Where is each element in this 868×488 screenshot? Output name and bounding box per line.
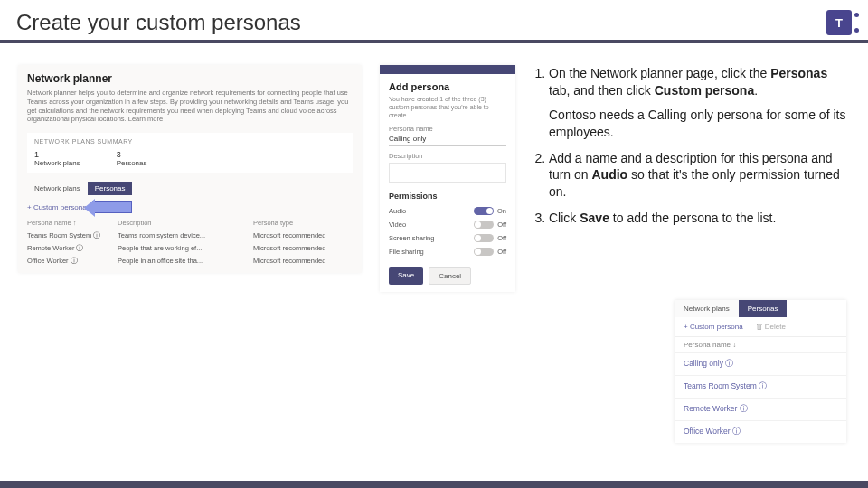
step-2: Add a name and a description for this pe… bbox=[549, 150, 850, 202]
callout-arrow-icon bbox=[92, 201, 132, 213]
step-3: Click Save to add the persona to the lis… bbox=[549, 210, 850, 227]
permissions-heading: Permissions bbox=[389, 192, 506, 201]
page-title: Create your custom personas bbox=[16, 10, 301, 35]
list-item: Calling only ⓘ bbox=[675, 352, 846, 375]
perm-row-screen: Screen sharingOff bbox=[389, 231, 506, 245]
list-item: Teams Room System ⓘ bbox=[675, 375, 846, 398]
step-1: On the Network planner page, click the P… bbox=[549, 65, 850, 141]
perm-row-audio: AudioOn bbox=[389, 204, 506, 218]
table-row: Remote Worker ⓘPeople that are working e… bbox=[27, 242, 353, 255]
add-persona-hint: You have created 1 of the three (3) cust… bbox=[389, 96, 506, 119]
delete-persona[interactable]: 🗑 Delete bbox=[756, 323, 786, 331]
th-type: Persona type bbox=[253, 219, 353, 227]
list-item: Office Worker ⓘ bbox=[675, 420, 846, 443]
col-header-name: Persona name ↓ bbox=[675, 336, 846, 352]
np-summary-label: NETWORK PLANS SUMMARY bbox=[34, 138, 345, 145]
perm-row-file: File sharingOff bbox=[389, 245, 506, 258]
toggle-video[interactable] bbox=[474, 221, 494, 229]
np-personas-label: Personas bbox=[117, 159, 147, 167]
perm-row-video: VideoOff bbox=[389, 218, 506, 231]
persona-desc-input[interactable] bbox=[389, 163, 506, 183]
tab-personas-small[interactable]: Personas bbox=[739, 300, 788, 317]
toggle-file[interactable] bbox=[474, 248, 494, 256]
toggle-audio[interactable] bbox=[474, 207, 494, 215]
th-name: Persona name ↑ bbox=[27, 219, 118, 227]
add-persona-heading: Add persona bbox=[389, 81, 506, 92]
footer-bar bbox=[0, 481, 868, 488]
persona-table: Persona name ↑ Description Persona type … bbox=[27, 219, 353, 267]
persona-name-label: Persona name bbox=[389, 125, 506, 133]
np-tabs: Network plans Personas bbox=[27, 182, 353, 195]
add-custom-persona-small[interactable]: + Custom persona bbox=[684, 323, 743, 331]
instructions: On the Network planner page, click the P… bbox=[529, 65, 850, 236]
tab-network-plans[interactable]: Network plans bbox=[27, 182, 88, 195]
np-desc: Network planner helps you to determine a… bbox=[27, 89, 353, 124]
table-row: Office Worker ⓘPeople in an office site … bbox=[27, 255, 353, 267]
persona-desc-label: Description bbox=[389, 152, 506, 160]
toggle-screen[interactable] bbox=[474, 234, 494, 242]
screenshot-network-planner: Network planner Network planner helps yo… bbox=[18, 65, 362, 273]
screenshot-add-persona: Add persona You have created 1 of the th… bbox=[380, 65, 515, 292]
persona-name-input[interactable]: Calling only bbox=[389, 133, 506, 146]
step-1-note: Contoso needs a Calling only persona for… bbox=[549, 107, 850, 141]
np-heading: Network planner bbox=[27, 72, 353, 85]
cancel-button[interactable]: Cancel bbox=[429, 267, 471, 285]
teams-logo-icon: T bbox=[826, 10, 852, 35]
th-desc: Description bbox=[118, 219, 253, 227]
content-stage: Network planner Network planner helps yo… bbox=[0, 47, 868, 481]
title-bar: Create your custom personas T bbox=[0, 0, 868, 43]
add-custom-persona-link[interactable]: + Custom persona bbox=[27, 203, 87, 211]
screenshot-persona-list: Network plans Personas + Custom persona … bbox=[675, 300, 846, 443]
panel-accent-bar bbox=[380, 65, 515, 74]
tab-personas[interactable]: Personas bbox=[88, 182, 133, 195]
np-personas-value: 3 bbox=[117, 150, 147, 159]
np-plans-label: Network plans bbox=[34, 159, 80, 167]
np-summary: NETWORK PLANS SUMMARY 1Network plans 3Pe… bbox=[27, 133, 353, 173]
table-row: Teams Room System ⓘTeams room system dev… bbox=[27, 230, 353, 242]
list-item: Remote Worker ⓘ bbox=[675, 398, 846, 420]
save-button[interactable]: Save bbox=[389, 267, 423, 285]
np-plans-value: 1 bbox=[34, 150, 80, 159]
tab-network-plans-small[interactable]: Network plans bbox=[675, 300, 739, 317]
